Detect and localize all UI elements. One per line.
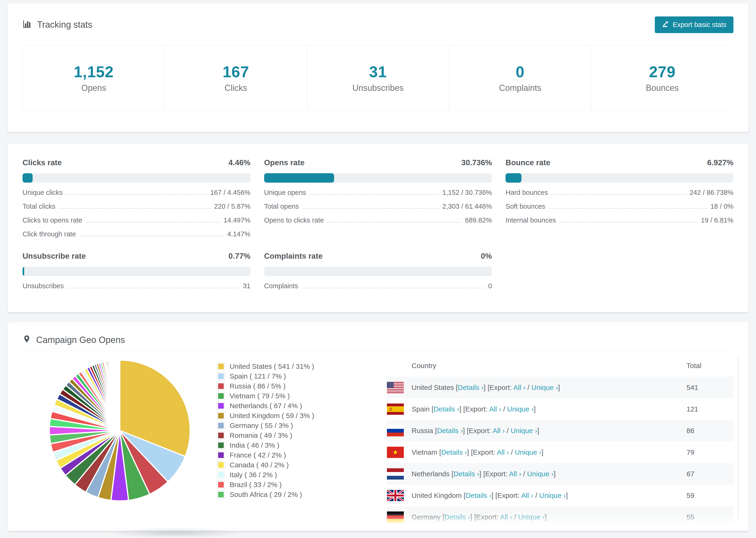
export-basic-stats-button[interactable]: Export basic stats xyxy=(655,17,733,33)
export-unique-link-es[interactable]: Unique › xyxy=(507,405,534,413)
rate-stat-label: Click through rate xyxy=(23,230,76,238)
stat-value: 0 xyxy=(449,63,591,81)
rate-value: 0.77% xyxy=(229,252,250,260)
tracking-stats-panel: Tracking stats Export basic stats 1,152 … xyxy=(8,3,748,132)
total-cell: 79 xyxy=(686,442,733,463)
export-unique-link-us[interactable]: Unique › xyxy=(531,384,558,391)
country-cell: United States [Details ›] [Export: All ›… xyxy=(411,384,560,391)
rate-stat-label: Unsubscribes xyxy=(23,282,64,290)
details-link-ru[interactable]: Details › xyxy=(437,427,463,435)
legend-label: United States ( 541 / 31% ) xyxy=(230,362,314,370)
geo-legend: United States ( 541 / 31% )Spain ( 121 /… xyxy=(217,352,387,528)
rate-stat-label: Unique opens xyxy=(264,189,306,196)
geo-title-text: Campaign Geo Opens xyxy=(36,335,125,345)
rate-stat-value: 19 / 6.81% xyxy=(701,216,733,224)
rate-stat-label: Clicks to opens rate xyxy=(23,216,82,224)
geo-table-row-es: Spain [Details ›] [Export: All › / Uniqu… xyxy=(387,398,733,420)
rate-stat-value: 220 / 5.87% xyxy=(214,202,250,210)
details-link-es[interactable]: Details › xyxy=(433,405,459,413)
rate-stat-row: Unique opens1,152 / 30.736% xyxy=(264,189,492,196)
details-link-nl[interactable]: Details › xyxy=(453,470,479,478)
export-all-link-nl[interactable]: All › xyxy=(509,470,521,478)
export-all-link-gb[interactable]: All › xyxy=(521,492,533,499)
legend-item[interactable]: India ( 46 / 3% ) xyxy=(217,440,387,450)
export-unique-link-nl[interactable]: Unique › xyxy=(527,470,554,478)
legend-swatch xyxy=(217,491,225,499)
rate-stat-row: Soft bounces18 / 0% xyxy=(506,202,733,210)
stat-value: 31 xyxy=(307,63,449,81)
legend-item[interactable]: Vietnam ( 79 / 5% ) xyxy=(217,391,387,401)
legend-item[interactable]: Russia ( 86 / 5% ) xyxy=(217,381,387,391)
legend-item[interactable]: United States ( 541 / 31% ) xyxy=(217,361,387,371)
legend-item[interactable]: South Africa ( 29 / 2% ) xyxy=(217,490,387,500)
legend-item[interactable]: Italy ( 36 / 2% ) xyxy=(217,470,387,480)
legend-item[interactable]: Brazil ( 33 / 2% ) xyxy=(217,480,387,490)
geo-table: Country Total United States [Details ›] … xyxy=(387,352,733,528)
legend-label: Brazil ( 33 / 2% ) xyxy=(230,481,282,489)
legend-swatch xyxy=(217,451,225,459)
rate-block: Clicks rate 4.46% Unique clicks167 / 4.4… xyxy=(23,158,250,238)
rates-grid: Clicks rate 4.46% Unique clicks167 / 4.4… xyxy=(23,158,733,290)
details-link-gb[interactable]: Details › xyxy=(465,492,491,499)
rate-title: Unsubscribe rate xyxy=(23,252,86,260)
pie-slice[interactable] xyxy=(119,360,120,430)
legend-item[interactable]: Romania ( 49 / 3% ) xyxy=(217,430,387,440)
rate-stat-value: 31 xyxy=(243,282,250,290)
progress-bar xyxy=(23,173,250,183)
legend-swatch xyxy=(217,372,225,380)
bottom-shadow xyxy=(107,528,244,538)
rate-block: Bounce rate 6.927% Hard bounces242 / 86.… xyxy=(506,158,733,238)
legend-label: India ( 46 / 3% ) xyxy=(230,441,279,449)
rate-stat-label: Unique clicks xyxy=(23,189,63,196)
legend-swatch xyxy=(217,412,225,420)
legend-item[interactable]: France ( 42 / 2% ) xyxy=(217,450,387,460)
export-unique-link-gb[interactable]: Unique › xyxy=(539,492,566,499)
dotted-leader xyxy=(549,208,707,209)
total-column-header: Total xyxy=(686,352,733,377)
progress-bar-fill xyxy=(23,173,33,183)
vn-flag-icon xyxy=(387,442,411,463)
rate-stat-label: Internal bounces xyxy=(506,216,556,224)
legend-item[interactable]: Spain ( 121 / 7% ) xyxy=(217,371,387,381)
rate-title: Bounce rate xyxy=(506,158,550,167)
campaign-stats-page: { "accent": "#1589a2", "link_color": "#2… xyxy=(0,0,756,538)
stat-value: 1,152 xyxy=(23,63,165,81)
legend-item[interactable]: Netherlands ( 67 / 4% ) xyxy=(217,401,387,411)
legend-item[interactable]: Germany ( 55 / 3% ) xyxy=(217,421,387,430)
rate-value: 0% xyxy=(481,252,492,260)
rates-panel: Clicks rate 4.46% Unique clicks167 / 4.4… xyxy=(8,144,748,312)
legend-swatch xyxy=(217,402,225,410)
rate-value: 4.46% xyxy=(229,158,250,167)
rate-stat-row: Click through rate4.147% xyxy=(23,230,250,238)
export-unique-link-de[interactable]: Unique › xyxy=(518,513,545,521)
geo-content: United States ( 541 / 31% )Spain ( 121 /… xyxy=(23,352,733,528)
details-link-de[interactable]: Details › xyxy=(445,513,470,521)
country-cell: Russia [Details ›] [Export: All › / Uniq… xyxy=(411,427,539,435)
stat-value: 279 xyxy=(591,63,733,81)
rate-stat-row: Hard bounces242 / 86.738% xyxy=(506,189,733,196)
export-all-link-ru[interactable]: All › xyxy=(493,427,505,435)
gb-flag-icon xyxy=(387,485,411,506)
details-link-vn[interactable]: Details › xyxy=(441,448,467,456)
rate-stat-row: Internal bounces19 / 6.81% xyxy=(506,216,733,224)
rate-stat-label: Complaints xyxy=(264,282,298,290)
legend-item[interactable]: United Kingdom ( 59 / 3% ) xyxy=(217,411,387,421)
details-link-us[interactable]: Details › xyxy=(458,384,484,391)
export-unique-link-vn[interactable]: Unique › xyxy=(515,448,541,456)
legend-item[interactable]: Canada ( 40 / 2% ) xyxy=(217,460,387,470)
rate-stat-label: Total opens xyxy=(264,202,299,210)
country-cell: United Kingdom [Details ›] [Export: All … xyxy=(411,492,568,499)
legend-label: Romania ( 49 / 3% ) xyxy=(230,431,292,439)
export-all-link-de[interactable]: All › xyxy=(500,513,512,521)
rate-stat-value: 1,152 / 30.736% xyxy=(442,189,492,196)
geo-pie-chart xyxy=(23,352,217,528)
rate-block: Unsubscribe rate 0.77% Unsubscribes31 xyxy=(23,252,250,290)
export-unique-link-ru[interactable]: Unique › xyxy=(511,427,537,435)
export-all-link-vn[interactable]: All › xyxy=(497,448,509,456)
export-all-link-us[interactable]: All › xyxy=(513,384,526,391)
geo-table-header-row: Country Total xyxy=(387,352,733,377)
export-all-link-es[interactable]: All › xyxy=(489,405,501,413)
dotted-leader xyxy=(551,194,686,195)
table-scrollbar[interactable] xyxy=(738,357,739,529)
country-cell: Vietnam [Details ›] [Export: All › / Uni… xyxy=(411,448,543,456)
